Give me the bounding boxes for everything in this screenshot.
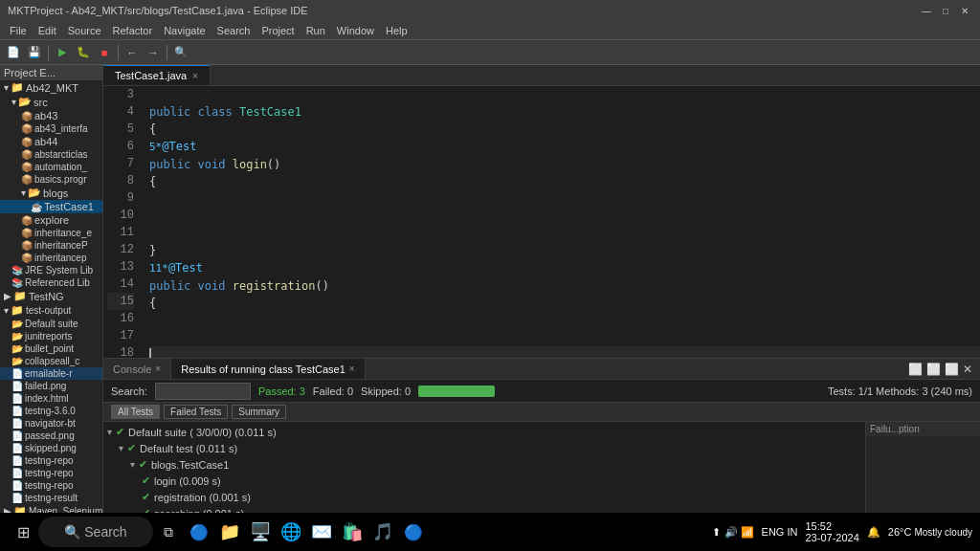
sidebar-label: ab44 (34, 136, 57, 147)
sidebar-item-defaultsuite[interactable]: 📂 Default suite (0, 318, 102, 330)
mail-taskbar[interactable]: ✉️ (306, 517, 337, 547)
sidebar-item-blogs[interactable]: ▾ 📂 blogs (0, 186, 102, 200)
menu-project[interactable]: Project (256, 23, 300, 38)
search-taskbar-button[interactable]: 🔍 Search (38, 517, 153, 547)
sidebar-item-testng360[interactable]: 📄 testng-3.6.0 (0, 405, 102, 417)
tab-testcase1[interactable]: TestCase1.java × (103, 65, 211, 85)
sidebar-item-explore[interactable]: 📦 explore (0, 213, 102, 227)
tab-close-button[interactable]: × (192, 71, 198, 81)
line-num: 9 (107, 189, 134, 207)
sidebar-item-skipped[interactable]: 📄 skipped.png (0, 442, 102, 454)
sidebar-item-collapseall[interactable]: 📂 collapseall_c (0, 355, 102, 367)
terminal-taskbar[interactable]: 🖥️ (245, 517, 276, 547)
forward-button[interactable]: → (144, 43, 163, 62)
search-toolbar-button[interactable]: 🔍 (171, 43, 190, 62)
failed-tests-tab[interactable]: Failed Tests (164, 405, 228, 419)
panel-icon3[interactable]: ⬜ (945, 363, 959, 376)
all-tests-tab[interactable]: All Tests (111, 405, 160, 419)
panel-icon2[interactable]: ⬜ (926, 363, 941, 376)
menu-source[interactable]: Source (62, 23, 107, 38)
test-tree-item[interactable]: ▾ ✔ blogs.TestCase1 (103, 456, 865, 473)
sidebar-label: Referenced Lib (25, 277, 90, 288)
panel-icon1[interactable]: ⬜ (908, 363, 923, 376)
sidebar-item-testng[interactable]: ▶ 📁 TestNG (0, 289, 102, 303)
menu-search[interactable]: Search (212, 23, 256, 38)
sidebar-item-src[interactable]: ▾ 📂 src (0, 95, 102, 109)
maximize-button[interactable]: □ (938, 3, 953, 18)
sidebar-item-failed[interactable]: 📄 failed.png (0, 380, 102, 392)
toolbar: 📄 💾 ▶ 🐛 ■ ← → 🔍 (0, 40, 980, 65)
panel-close[interactable]: ✕ (963, 363, 972, 376)
btab-results[interactable]: Results of running class TestCase1 × (171, 359, 365, 379)
save-button[interactable]: 💾 (25, 43, 44, 62)
sidebar-item-jre[interactable]: 📚 JRE System Lib (0, 264, 102, 276)
sidebar-item-testng-repo1[interactable]: 📄 testng-repo (0, 454, 102, 467)
sidebar-item-bulletpoint[interactable]: 📂 bullet_point (0, 342, 102, 355)
test-tree-item[interactable]: ▾ ✔ Default test (0.011 s) (103, 440, 865, 456)
sidebar-item-ab44[interactable]: 📦 ab44 (0, 135, 102, 148)
menu-edit[interactable]: Edit (33, 23, 62, 38)
search-input[interactable] (155, 383, 251, 400)
window-controls: — □ ✕ (919, 3, 972, 18)
line-num: 8 (107, 172, 134, 189)
close-button[interactable]: ✕ (957, 3, 972, 18)
sidebar-item-ab43[interactable]: 📦 ab43 (0, 109, 102, 122)
sidebar-item-inheritancep[interactable]: 📦 inheritancep (0, 252, 102, 264)
sidebar-item-testng-repo3[interactable]: 📄 testng-repo (0, 479, 102, 492)
sidebar-item-testoutput[interactable]: ▾ 📁 test-output (0, 303, 102, 318)
explorer-taskbar[interactable]: 📁 (214, 517, 245, 547)
titlebar: MKTProject - Ab42_MKT/src/blogs/TestCase… (0, 0, 980, 21)
sidebar-label: TestNG (29, 291, 64, 302)
collapse-icon: ▾ (11, 97, 16, 107)
chrome-taskbar[interactable]: 🔵 (398, 517, 429, 547)
sidebar-item-abstractclas[interactable]: 📦 abstarcticlas (0, 148, 102, 161)
code-content[interactable]: public class TestCase1 { 5*@Test public … (142, 86, 980, 358)
menu-help[interactable]: Help (380, 23, 413, 38)
sidebar-item-inheritance1[interactable]: 📦 inheritance_e (0, 227, 102, 239)
menu-refactor[interactable]: Refactor (107, 23, 159, 38)
sidebar-item-navigator[interactable]: 📄 navigator-bt (0, 417, 102, 430)
sidebar-item-index[interactable]: 📄 index.html (0, 392, 102, 405)
menu-navigate[interactable]: Navigate (158, 23, 211, 38)
run-button[interactable]: ▶ (53, 43, 72, 62)
btab-console[interactable]: Console × (103, 359, 171, 379)
sidebar-label: JRE System Lib (25, 265, 93, 276)
test-tree-item-login[interactable]: ✔ login (0.009 s) (103, 473, 865, 489)
sidebar-item-ab42mkt[interactable]: ▾ 📁 Ab42_MKT (0, 80, 102, 95)
sidebar-item-basics[interactable]: 📦 basics.progr (0, 173, 102, 186)
btab-close[interactable]: × (349, 364, 355, 374)
menu-run[interactable]: Run (301, 23, 331, 38)
sidebar-item-junitreports[interactable]: 📂 junitreports (0, 330, 102, 342)
notification-icon[interactable]: 🔔 (867, 526, 880, 539)
start-button[interactable]: ⊞ (8, 517, 38, 547)
stop-button[interactable]: ■ (95, 43, 114, 62)
summary-tab[interactable]: Summary (232, 405, 286, 419)
btab-close[interactable]: × (155, 364, 161, 374)
browser-taskbar[interactable]: 🌐 (276, 517, 306, 547)
store-taskbar[interactable]: 🛍️ (337, 517, 368, 547)
date-display: 23-07-2024 (806, 532, 859, 543)
menu-window[interactable]: Window (331, 23, 380, 38)
new-button[interactable]: 📄 (4, 43, 23, 62)
sidebar-item-testng-result[interactable]: 📄 testng-result (0, 492, 102, 504)
taskview-button[interactable]: ⧉ (153, 517, 184, 547)
sidebar-item-automation[interactable]: 📦 automation_ (0, 161, 102, 173)
sidebar-item-passed[interactable]: 📄 passed.png (0, 430, 102, 442)
sidebar-item-inheritanceP[interactable]: 📦 inheritanceP (0, 239, 102, 252)
code-editor[interactable]: 3 4 5 6 7 8 9 10 11 12 13 14 15 16 17 18… (103, 86, 980, 358)
test-tree-item[interactable]: ▾ ✔ Default suite ( 3/0/0/0) (0.011 s) (103, 424, 865, 440)
debug-button[interactable]: 🐛 (74, 43, 93, 62)
sidebar-item-emailable[interactable]: 📄 emailable-r (0, 367, 102, 380)
minimize-button[interactable]: — (919, 3, 934, 18)
collapse-icon: ▾ (4, 82, 9, 93)
sidebar-item-testcase1[interactable]: ☕ TestCase1 (0, 200, 102, 213)
eclipse-taskbar[interactable]: 🔵 (184, 517, 214, 547)
sidebar-item-ab43interfa[interactable]: 📦 ab43_interfa (0, 122, 102, 135)
sidebar-item-testng-repo2[interactable]: 📄 testng-repo (0, 467, 102, 479)
bottom-panel: Console × Results of running class TestC… (103, 358, 980, 530)
back-button[interactable]: ← (122, 43, 142, 62)
sidebar-item-reflib[interactable]: 📚 Referenced Lib (0, 276, 102, 289)
test-tree-item-registration[interactable]: ✔ registration (0.001 s) (103, 489, 865, 505)
spotify-taskbar[interactable]: 🎵 (368, 517, 398, 547)
menu-file[interactable]: File (4, 23, 33, 38)
